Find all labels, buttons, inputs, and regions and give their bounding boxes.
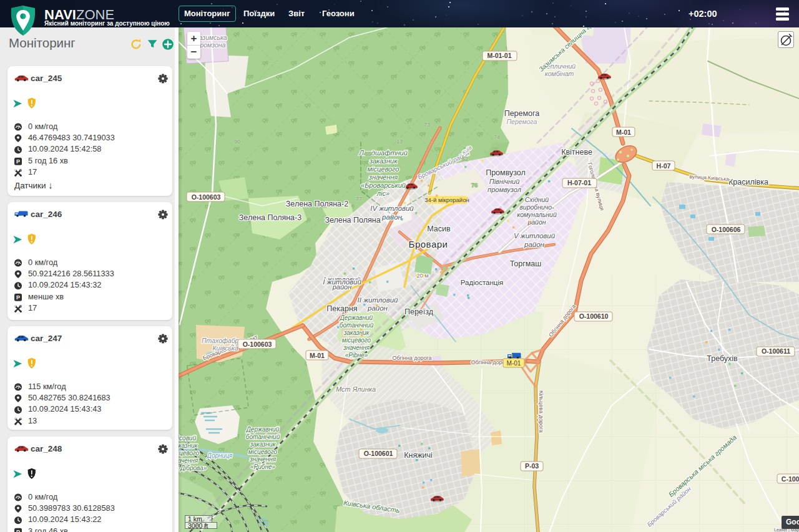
svg-text:Перемога: Перемога	[507, 118, 537, 125]
svg-text:комбінат: комбінат	[545, 70, 574, 77]
svg-text:промзона: промзона	[197, 41, 226, 49]
svg-text:район: район	[524, 241, 545, 248]
svg-text:90: 90	[234, 138, 240, 145]
svg-text:62: 62	[462, 156, 468, 162]
svg-text:промвузол: промвузол	[488, 186, 521, 193]
svg-text:Зелена Поляна: Зелена Поляна	[325, 216, 380, 225]
svg-text:О-100606: О-100606	[712, 226, 741, 233]
svg-text:С-10046: С-10046	[782, 475, 799, 483]
svg-text:Красилівка: Красилівка	[728, 178, 768, 186]
svg-text:О-100601: О-100601	[364, 450, 393, 457]
svg-text:74: 74	[494, 134, 500, 140]
svg-text:Державний: Державний	[340, 314, 373, 321]
svg-text:І житловий: І житловий	[323, 278, 361, 286]
svg-text:Бровари: Бровари	[409, 239, 448, 249]
svg-text:Зелена Поляна-3: Зелена Поляна-3	[239, 213, 301, 222]
svg-text:V житловий: V житловий	[514, 232, 556, 239]
svg-text:комунальний: комунальний	[517, 211, 557, 218]
svg-text:IV житловий: IV житловий	[370, 205, 414, 212]
svg-text:Н-07: Н-07	[657, 162, 671, 170]
svg-text:місцевого: місцевого	[342, 337, 371, 344]
svg-text:P: P	[16, 529, 20, 532]
svg-text:77: 77	[356, 196, 362, 202]
svg-text:заказник: заказник	[343, 329, 370, 336]
svg-text:Київська: Київська	[212, 344, 238, 352]
svg-text:місцевого: місцевого	[248, 448, 278, 455]
svg-text:заказник: заказник	[250, 441, 277, 448]
svg-text:Перемога: Перемога	[504, 109, 540, 118]
svg-text:Східний: Східний	[525, 196, 549, 203]
svg-text:Н-07-01: Н-07-01	[567, 179, 591, 186]
svg-text:ІІ житловий: ІІ житловий	[358, 296, 398, 304]
svg-text:Торгмаш: Торгмаш	[510, 259, 542, 268]
svg-text:P: P	[16, 158, 20, 165]
svg-text:місцевого: місцевого	[368, 165, 400, 173]
svg-text:73: 73	[424, 122, 430, 128]
svg-text:«Біла Діброва»: «Біла Діброва»	[179, 465, 207, 472]
svg-text:Радіостанція: Радіостанція	[461, 279, 503, 286]
svg-text:«Рibне»: «Рibне»	[345, 352, 368, 359]
svg-text:«Броварський: «Броварський	[361, 181, 406, 189]
svg-text:Мст Ялинка: Мст Ялинка	[336, 385, 376, 393]
svg-text:значення: значення	[249, 456, 277, 463]
svg-text:Р-03: Р-03	[525, 462, 539, 470]
svg-text:заказник: заказник	[369, 157, 398, 165]
svg-text:О-100603: О-100603	[243, 341, 272, 348]
svg-text:Требухів: Требухів	[707, 354, 738, 363]
svg-text:Масив: Масив	[427, 225, 451, 233]
svg-text:Переїзд: Переїзд	[404, 307, 434, 316]
svg-text:О-100610: О-100610	[579, 312, 609, 320]
svg-text:Зелена Поляна-2: Зелена Поляна-2	[286, 200, 348, 208]
svg-text:34-й мікрорайон: 34-й мікрорайон	[424, 196, 469, 203]
svg-text:13: 13	[396, 138, 403, 145]
svg-text:ліс»: ліс»	[376, 190, 390, 197]
svg-text:М-01: М-01	[310, 352, 325, 359]
svg-text:Кільцева дорога: Кільцева дорога	[538, 390, 544, 433]
svg-text:Державний: Державний	[246, 426, 280, 433]
svg-text:69: 69	[365, 151, 371, 157]
svg-text:М-01: М-01	[507, 360, 521, 367]
svg-text:ботанічний: ботанічний	[340, 322, 374, 329]
svg-text:P: P	[16, 294, 20, 301]
svg-text:76: 76	[471, 182, 478, 188]
svg-text:«Рибне»: «Рибне»	[250, 463, 275, 470]
svg-text:значення: значення	[368, 173, 398, 181]
svg-text:Квітневе: Квітневе	[561, 148, 592, 157]
svg-text:О-100603: О-100603	[192, 193, 221, 201]
svg-text:Пекарня: Пекарня	[326, 304, 357, 313]
svg-text:виробничо-: виробничо-	[519, 203, 554, 211]
svg-text:ботанічний: ботанічний	[246, 433, 280, 440]
svg-text:Північний: Північний	[489, 178, 520, 185]
svg-text:Промвузол: Промвузол	[486, 168, 526, 177]
svg-text:значення: значення	[343, 344, 370, 351]
svg-text:М-01: М-01	[616, 128, 631, 136]
svg-text:М-01-01: М-01-01	[487, 52, 511, 59]
svg-text:Обгінна дорога: Обгінна дорога	[392, 355, 431, 361]
svg-text:Дорниця: Дорниця	[207, 452, 233, 459]
svg-text:Княжичі: Княжичі	[404, 451, 433, 460]
svg-text:О-100611: О-100611	[762, 347, 790, 355]
